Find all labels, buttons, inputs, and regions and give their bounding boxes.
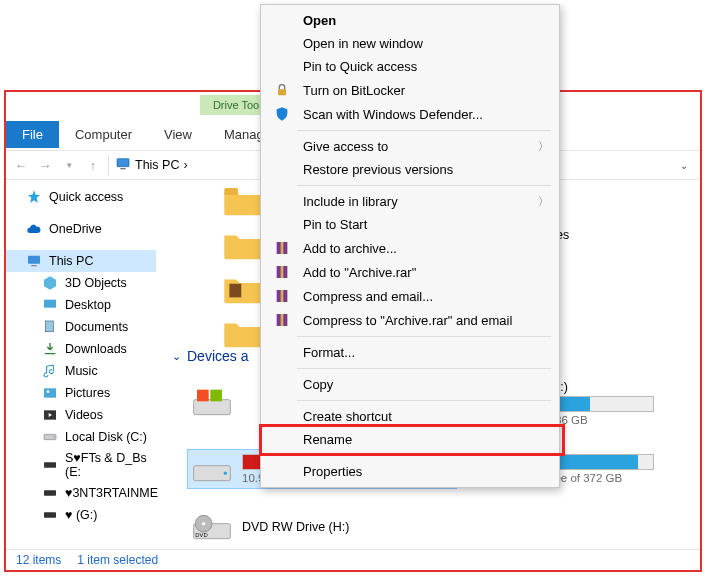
sidebar-item-downloads[interactable]: Downloads xyxy=(6,338,156,360)
svg-rect-14 xyxy=(224,188,238,195)
computer-tab[interactable]: Computer xyxy=(59,121,148,148)
sidebar-item-label: ♥ (G:) xyxy=(65,508,97,522)
status-items: 12 items xyxy=(16,553,61,567)
lock-icon xyxy=(271,82,293,98)
star-icon xyxy=(26,189,42,205)
menu-include-library[interactable]: Include in library〉 xyxy=(261,190,559,213)
folder-icon[interactable] xyxy=(222,227,264,261)
sidebar-item-onedrive[interactable]: OneDrive xyxy=(6,218,156,240)
svg-rect-2 xyxy=(28,256,40,264)
address-dropdown-button[interactable]: ⌄ xyxy=(680,160,688,171)
sidebar-item-label: OneDrive xyxy=(49,222,102,236)
this-pc-icon xyxy=(115,156,131,175)
menu-compress-rar-email[interactable]: Compress to "Archive.rar" and email xyxy=(261,308,559,332)
nav-recent-button[interactable]: ▾ xyxy=(60,156,78,174)
file-tab[interactable]: File xyxy=(6,121,59,148)
sidebar-item-3d-objects[interactable]: 3D Objects xyxy=(6,272,156,294)
section-devices[interactable]: ⌄ Devices a xyxy=(172,348,248,364)
sidebar-item-pictures[interactable]: Pictures xyxy=(6,382,156,404)
ribbon-tabs: File Computer View Manage xyxy=(6,118,287,150)
menu-properties[interactable]: Properties xyxy=(261,460,559,483)
sidebar-item-quick-access[interactable]: Quick access xyxy=(6,186,156,208)
menu-format[interactable]: Format... xyxy=(261,341,559,364)
sidebar-item-label: Pictures xyxy=(65,386,110,400)
sidebar-item-label: Downloads xyxy=(65,342,127,356)
nav-up-button[interactable]: ↑ xyxy=(84,156,102,174)
menu-bitlocker[interactable]: Turn on BitLocker xyxy=(261,78,559,102)
sidebar-item-drive-entertainment[interactable]: ♥3NT3RTAINME xyxy=(6,482,156,504)
svg-rect-4 xyxy=(44,300,56,308)
menu-defender[interactable]: Scan with Windows Defender... xyxy=(261,102,559,126)
archive-icon xyxy=(271,264,293,280)
menu-create-shortcut[interactable]: Create shortcut xyxy=(261,405,559,428)
archive-icon xyxy=(271,312,293,328)
sidebar-item-label: Documents xyxy=(65,320,128,334)
context-menu: Open Open in new window Pin to Quick acc… xyxy=(260,4,560,488)
svg-rect-0 xyxy=(117,158,129,166)
folder-icon[interactable] xyxy=(222,183,264,217)
cube-icon xyxy=(42,275,58,291)
shield-icon xyxy=(271,106,293,122)
nav-back-button[interactable]: ← xyxy=(12,156,30,174)
svg-rect-15 xyxy=(229,284,241,298)
svg-text:DVD: DVD xyxy=(195,532,207,538)
folder-icon[interactable] xyxy=(222,271,264,305)
menu-copy[interactable]: Copy xyxy=(261,373,559,396)
nav-forward-button[interactable]: → xyxy=(36,156,54,174)
drive-icon xyxy=(42,429,58,445)
drive-label: DVD RW Drive (H:) xyxy=(242,520,349,534)
menu-restore-versions[interactable]: Restore previous versions xyxy=(261,158,559,181)
sidebar-item-documents[interactable]: Documents xyxy=(6,316,156,338)
svg-rect-13 xyxy=(44,512,56,517)
svg-rect-3 xyxy=(31,265,36,266)
svg-point-7 xyxy=(47,390,50,393)
svg-rect-5 xyxy=(45,321,53,332)
sidebar-item-drive-e[interactable]: S♥FTs & D_Bs (E: xyxy=(6,448,156,482)
sidebar-item-desktop[interactable]: Desktop xyxy=(6,294,156,316)
menu-add-archive-rar[interactable]: Add to "Archive.rar" xyxy=(261,260,559,284)
menu-pin-start[interactable]: Pin to Start xyxy=(261,213,559,236)
chevron-right-icon: 〉 xyxy=(538,194,549,209)
drive-dvd[interactable]: DVD DVD RW Drive (H:) xyxy=(192,512,452,542)
sidebar-item-this-pc[interactable]: This PC xyxy=(6,250,156,272)
svg-point-10 xyxy=(53,436,54,437)
drive-icon xyxy=(42,485,58,501)
breadcrumb[interactable]: This PC › xyxy=(115,156,188,175)
sidebar-item-label: Quick access xyxy=(49,190,123,204)
download-icon xyxy=(42,341,58,357)
menu-open-new-window[interactable]: Open in new window xyxy=(261,32,559,55)
menu-open[interactable]: Open xyxy=(261,9,559,32)
desktop-icon xyxy=(42,297,58,313)
svg-rect-12 xyxy=(44,490,56,495)
music-icon xyxy=(42,363,58,379)
cloud-icon xyxy=(26,221,42,237)
status-selected: 1 item selected xyxy=(77,553,158,567)
sidebar-item-local-disk-c[interactable]: Local Disk (C:) xyxy=(6,426,156,448)
sidebar-item-music[interactable]: Music xyxy=(6,360,156,382)
svg-rect-31 xyxy=(281,242,284,254)
svg-rect-16 xyxy=(194,400,231,415)
menu-compress-email[interactable]: Compress and email... xyxy=(261,284,559,308)
svg-rect-35 xyxy=(281,290,284,302)
folder-icon[interactable] xyxy=(222,315,264,349)
breadcrumb-sep: › xyxy=(183,158,187,172)
menu-pin-quick-access[interactable]: Pin to Quick access xyxy=(261,55,559,78)
pc-icon xyxy=(26,253,42,269)
chevron-down-icon: ⌄ xyxy=(172,350,181,363)
view-tab[interactable]: View xyxy=(148,121,208,148)
svg-rect-18 xyxy=(210,390,222,402)
sidebar-item-label: Videos xyxy=(65,408,103,422)
sidebar-item-drive-g[interactable]: ♥ (G:) xyxy=(6,504,156,526)
svg-rect-33 xyxy=(281,266,284,278)
sidebar-item-label: 3D Objects xyxy=(65,276,127,290)
sidebar-item-label: ♥3NT3RTAINME xyxy=(65,486,158,500)
menu-add-archive[interactable]: Add to archive... xyxy=(261,236,559,260)
menu-give-access[interactable]: Give access to〉 xyxy=(261,135,559,158)
svg-point-27 xyxy=(202,522,205,525)
chevron-right-icon: 〉 xyxy=(538,139,549,154)
sidebar-item-label: Desktop xyxy=(65,298,111,312)
sidebar-item-videos[interactable]: Videos xyxy=(6,404,156,426)
breadcrumb-label: This PC xyxy=(135,158,179,172)
menu-rename[interactable]: Rename xyxy=(261,428,559,451)
svg-rect-37 xyxy=(281,314,284,326)
